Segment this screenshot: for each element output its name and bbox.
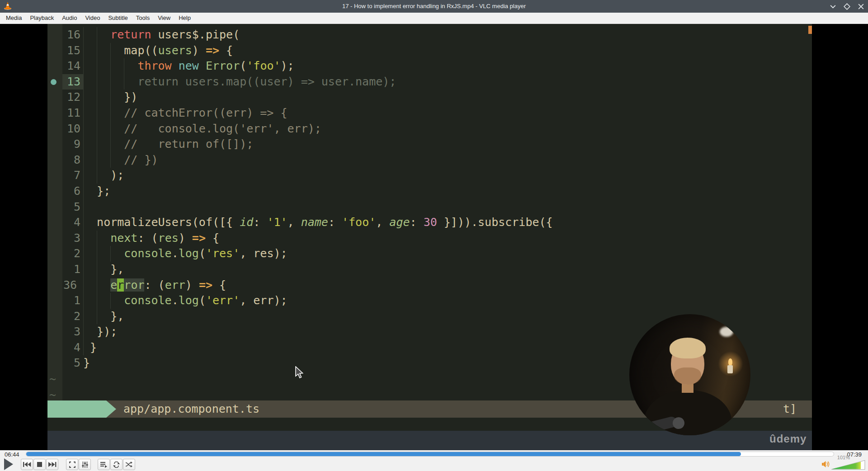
menu-item-audio[interactable]: Audio: [58, 13, 81, 24]
udemy-watermark: ûdemy: [769, 433, 807, 445]
next-button[interactable]: [46, 459, 58, 470]
sign-cell: [47, 262, 62, 278]
diagnostic-sign: [47, 74, 62, 90]
line-number: 5: [62, 355, 83, 371]
code-token: err: [165, 278, 185, 292]
presenter-hair: [670, 338, 706, 358]
extended-settings-button[interactable]: [79, 459, 91, 470]
maximize-icon[interactable]: [844, 3, 850, 10]
code-token: [199, 59, 206, 72]
fullscreen-button[interactable]: [66, 459, 78, 470]
code-line: 9// return of([]);: [47, 137, 812, 152]
playlist-icon: [100, 462, 108, 468]
sign-cell: [47, 215, 62, 231]
play-icon: [4, 458, 14, 470]
code-line: 1console.log('err', err);: [47, 293, 812, 309]
line-number: 13: [62, 74, 83, 90]
menu-item-subtitle[interactable]: Subtitle: [104, 13, 132, 24]
menu-item-media[interactable]: Media: [2, 13, 26, 24]
code-token: , err);: [240, 294, 287, 307]
code-token: },: [110, 263, 124, 276]
code-line: 6};: [47, 184, 812, 199]
line-number: 4: [62, 340, 83, 356]
volume-slider[interactable]: [831, 460, 865, 470]
menu-item-help[interactable]: Help: [175, 13, 195, 24]
code-token: '1': [267, 216, 287, 229]
code-token: : (: [137, 231, 158, 245]
sign-cell: [47, 246, 62, 262]
code-token: ): [192, 44, 206, 57]
code-line: 16return users$.pipe(: [47, 27, 812, 43]
menu-item-video[interactable]: Video: [81, 13, 104, 24]
playlist-button[interactable]: [98, 459, 110, 470]
speaker-icon[interactable]: [822, 461, 830, 468]
statusline-filename: app/app.component.ts: [123, 400, 259, 418]
menu-item-playback[interactable]: Playback: [26, 13, 58, 24]
code-text: [83, 199, 97, 215]
code-token: }): [124, 90, 137, 104]
close-icon[interactable]: [858, 3, 864, 10]
code-token: ,: [376, 216, 389, 229]
loop-button[interactable]: [110, 459, 123, 470]
code-token: users: [158, 44, 192, 57]
sign-cell: [47, 293, 62, 309]
line-number: 10: [62, 121, 83, 137]
code-token: [172, 59, 179, 72]
code-token: // catchError((err) => {: [124, 106, 287, 119]
line-number: 2: [62, 246, 83, 262]
line-number: 5: [62, 199, 83, 215]
seek-bar[interactable]: [26, 452, 834, 457]
code-token: :: [328, 216, 342, 229]
player-controls: 101%: [0, 458, 868, 471]
code-line: 10// console.log('err', err);: [47, 121, 812, 137]
sign-cell: [47, 152, 62, 168]
code-token: );: [281, 59, 294, 72]
sign-cell: [47, 184, 62, 199]
code-token: .: [172, 294, 179, 307]
code-token: return: [110, 28, 151, 41]
code-text: next: (res) => {: [83, 231, 219, 246]
menu-item-view[interactable]: View: [154, 13, 175, 24]
code-text: });: [83, 324, 117, 340]
code-token: ,: [288, 216, 301, 229]
code-token: :: [410, 216, 424, 229]
vim-tilde: ~: [49, 388, 56, 401]
vlc-window: 17 - How to implement error handling in …: [0, 0, 868, 471]
code-token: .: [172, 247, 179, 260]
video-area[interactable]: 16return users$.pipe(15map((users) => {1…: [0, 24, 868, 450]
code-token: // return of([]);: [124, 137, 253, 151]
code-token: =>: [206, 44, 219, 57]
code-text: console.log('res', res);: [83, 246, 288, 262]
code-token: ror: [124, 278, 144, 292]
code-token: },: [110, 310, 124, 323]
code-text: normalizeUsers(of([{ id: '1', name: 'foo…: [83, 215, 553, 231]
stop-button[interactable]: [33, 459, 46, 470]
shuffle-button[interactable]: [123, 459, 135, 470]
menu-bar: MediaPlaybackAudioVideoSubtitleToolsView…: [0, 13, 868, 24]
sign-cell: [47, 355, 62, 371]
sign-cell: [47, 27, 62, 43]
code-token: id: [240, 216, 253, 229]
line-number: 9: [62, 137, 83, 152]
code-token: 30: [424, 216, 437, 229]
stop-icon: [37, 462, 42, 467]
code-token: normalizeUsers(of([{: [97, 216, 240, 229]
play-button[interactable]: [4, 458, 17, 470]
line-number: 6: [62, 184, 83, 199]
code-line: 36error: (err) => {: [47, 278, 812, 293]
code-token: });: [97, 325, 117, 338]
minimize-icon[interactable]: [830, 3, 836, 10]
code-text: // }): [83, 152, 158, 168]
candle-flame: [728, 358, 732, 366]
code-line: 5: [47, 199, 812, 215]
code-token: res: [158, 231, 179, 245]
previous-button[interactable]: [21, 459, 33, 470]
menu-item-tools[interactable]: Tools: [132, 13, 154, 24]
equalizer-icon: [82, 462, 88, 468]
code-text: // return of([]);: [83, 137, 253, 152]
sign-cell: [47, 231, 62, 246]
code-token: ): [185, 278, 199, 292]
sign-cell: [47, 168, 62, 184]
title-bar[interactable]: 17 - How to implement error handling in …: [0, 0, 868, 13]
code-token: {: [206, 231, 219, 245]
